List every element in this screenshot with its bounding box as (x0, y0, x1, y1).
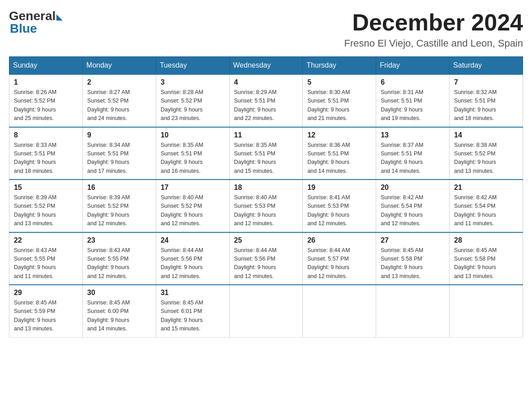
day-number: 12 (307, 131, 371, 139)
day-number: 5 (307, 78, 371, 86)
day-info: Sunrise: 8:35 AMSunset: 5:51 PMDaylight:… (234, 141, 298, 176)
day-info: Sunrise: 8:40 AMSunset: 5:52 PMDaylight:… (161, 193, 225, 228)
day-info: Sunrise: 8:42 AMSunset: 5:54 PMDaylight:… (381, 193, 445, 228)
day-number: 9 (87, 131, 151, 139)
location-title: Fresno El Viejo, Castille and Leon, Spai… (344, 38, 523, 49)
day-number: 21 (454, 184, 518, 192)
day-number: 15 (14, 184, 78, 192)
calendar-week-row: 1 Sunrise: 8:26 AMSunset: 5:52 PMDayligh… (9, 74, 523, 127)
day-info: Sunrise: 8:45 AMSunset: 5:58 PMDaylight:… (381, 246, 445, 281)
calendar-cell: 25 Sunrise: 8:44 AMSunset: 5:56 PMDaylig… (229, 232, 303, 285)
calendar-cell: 13 Sunrise: 8:37 AMSunset: 5:51 PMDaylig… (376, 127, 450, 180)
calendar-header-saturday: Saturday (450, 57, 523, 75)
day-number: 25 (234, 236, 298, 244)
calendar-cell: 28 Sunrise: 8:45 AMSunset: 5:58 PMDaylig… (450, 232, 523, 285)
calendar-cell: 22 Sunrise: 8:43 AMSunset: 5:55 PMDaylig… (9, 232, 83, 285)
day-number: 1 (14, 78, 78, 86)
calendar-week-row: 22 Sunrise: 8:43 AMSunset: 5:55 PMDaylig… (9, 232, 523, 285)
calendar-cell: 1 Sunrise: 8:26 AMSunset: 5:52 PMDayligh… (9, 74, 83, 127)
calendar-cell: 12 Sunrise: 8:36 AMSunset: 5:51 PMDaylig… (303, 127, 376, 180)
day-number: 11 (234, 131, 298, 139)
day-info: Sunrise: 8:42 AMSunset: 5:54 PMDaylight:… (454, 193, 518, 228)
header: General Blue December 2024 Fresno El Vie… (9, 9, 523, 49)
day-number: 27 (381, 236, 445, 244)
calendar-header-row: SundayMondayTuesdayWednesdayThursdayFrid… (9, 57, 523, 75)
day-info: Sunrise: 8:36 AMSunset: 5:51 PMDaylight:… (307, 141, 371, 176)
day-number: 30 (87, 289, 151, 297)
day-info: Sunrise: 8:37 AMSunset: 5:51 PMDaylight:… (381, 141, 445, 176)
calendar-cell: 8 Sunrise: 8:33 AMSunset: 5:51 PMDayligh… (9, 127, 83, 180)
day-number: 14 (454, 131, 518, 139)
day-info: Sunrise: 8:44 AMSunset: 5:56 PMDaylight:… (234, 246, 298, 281)
day-info: Sunrise: 8:30 AMSunset: 5:51 PMDaylight:… (307, 88, 371, 123)
calendar-cell: 17 Sunrise: 8:40 AMSunset: 5:52 PMDaylig… (156, 180, 229, 232)
day-info: Sunrise: 8:33 AMSunset: 5:51 PMDaylight:… (14, 141, 78, 176)
calendar-cell: 29 Sunrise: 8:45 AMSunset: 5:59 PMDaylig… (9, 285, 83, 337)
day-info: Sunrise: 8:45 AMSunset: 6:01 PMDaylight:… (161, 299, 225, 334)
calendar-cell: 11 Sunrise: 8:35 AMSunset: 5:51 PMDaylig… (229, 127, 303, 180)
calendar-cell: 5 Sunrise: 8:30 AMSunset: 5:51 PMDayligh… (303, 74, 376, 127)
calendar-cell: 3 Sunrise: 8:28 AMSunset: 5:52 PMDayligh… (156, 74, 229, 127)
calendar-cell: 26 Sunrise: 8:44 AMSunset: 5:57 PMDaylig… (303, 232, 376, 285)
day-number: 20 (381, 184, 445, 192)
day-info: Sunrise: 8:45 AMSunset: 5:59 PMDaylight:… (14, 299, 78, 334)
calendar-cell: 4 Sunrise: 8:29 AMSunset: 5:51 PMDayligh… (229, 74, 303, 127)
calendar-cell: 14 Sunrise: 8:38 AMSunset: 5:52 PMDaylig… (450, 127, 523, 180)
day-number: 10 (161, 131, 225, 139)
day-info: Sunrise: 8:28 AMSunset: 5:52 PMDaylight:… (161, 88, 225, 123)
calendar-cell (450, 285, 523, 337)
day-number: 31 (161, 289, 225, 297)
day-number: 23 (87, 236, 151, 244)
calendar-week-row: 15 Sunrise: 8:39 AMSunset: 5:52 PMDaylig… (9, 180, 523, 232)
day-number: 2 (87, 78, 151, 86)
calendar-header-friday: Friday (376, 57, 450, 75)
day-number: 3 (161, 78, 225, 86)
day-number: 29 (14, 289, 78, 297)
day-info: Sunrise: 8:27 AMSunset: 5:52 PMDaylight:… (87, 88, 151, 123)
calendar-cell: 31 Sunrise: 8:45 AMSunset: 6:01 PMDaylig… (156, 285, 229, 337)
calendar-cell: 19 Sunrise: 8:41 AMSunset: 5:53 PMDaylig… (303, 180, 376, 232)
day-number: 19 (307, 184, 371, 192)
calendar-header-thursday: Thursday (303, 57, 376, 75)
calendar-cell: 16 Sunrise: 8:39 AMSunset: 5:52 PMDaylig… (82, 180, 156, 232)
logo: General Blue (9, 9, 63, 36)
day-info: Sunrise: 8:43 AMSunset: 5:55 PMDaylight:… (14, 246, 78, 281)
day-number: 8 (14, 131, 78, 139)
calendar-cell: 7 Sunrise: 8:32 AMSunset: 5:51 PMDayligh… (450, 74, 523, 127)
day-info: Sunrise: 8:34 AMSunset: 5:51 PMDaylight:… (87, 141, 151, 176)
day-info: Sunrise: 8:39 AMSunset: 5:52 PMDaylight:… (14, 193, 78, 228)
calendar-cell: 24 Sunrise: 8:44 AMSunset: 5:56 PMDaylig… (156, 232, 229, 285)
day-number: 7 (454, 78, 518, 86)
calendar-cell (376, 285, 450, 337)
day-info: Sunrise: 8:40 AMSunset: 5:53 PMDaylight:… (234, 193, 298, 228)
day-info: Sunrise: 8:44 AMSunset: 5:56 PMDaylight:… (161, 246, 225, 281)
calendar-week-row: 8 Sunrise: 8:33 AMSunset: 5:51 PMDayligh… (9, 127, 523, 180)
day-info: Sunrise: 8:38 AMSunset: 5:52 PMDaylight:… (454, 141, 518, 176)
calendar-cell: 10 Sunrise: 8:35 AMSunset: 5:51 PMDaylig… (156, 127, 229, 180)
calendar-cell: 18 Sunrise: 8:40 AMSunset: 5:53 PMDaylig… (229, 180, 303, 232)
day-number: 18 (234, 184, 298, 192)
calendar-header-wednesday: Wednesday (229, 57, 303, 75)
calendar-cell: 27 Sunrise: 8:45 AMSunset: 5:58 PMDaylig… (376, 232, 450, 285)
day-info: Sunrise: 8:29 AMSunset: 5:51 PMDaylight:… (234, 88, 298, 123)
day-info: Sunrise: 8:41 AMSunset: 5:53 PMDaylight:… (307, 193, 371, 228)
day-number: 17 (161, 184, 225, 192)
day-number: 6 (381, 78, 445, 86)
calendar-cell: 15 Sunrise: 8:39 AMSunset: 5:52 PMDaylig… (9, 180, 83, 232)
logo-blue-text: Blue (10, 21, 37, 36)
calendar-header-tuesday: Tuesday (156, 57, 229, 75)
day-number: 24 (161, 236, 225, 244)
calendar-cell: 23 Sunrise: 8:43 AMSunset: 5:55 PMDaylig… (82, 232, 156, 285)
day-info: Sunrise: 8:35 AMSunset: 5:51 PMDaylight:… (161, 141, 225, 176)
calendar-cell (303, 285, 376, 337)
day-number: 4 (234, 78, 298, 86)
calendar-cell: 21 Sunrise: 8:42 AMSunset: 5:54 PMDaylig… (450, 180, 523, 232)
day-info: Sunrise: 8:44 AMSunset: 5:57 PMDaylight:… (307, 246, 371, 281)
calendar-cell: 20 Sunrise: 8:42 AMSunset: 5:54 PMDaylig… (376, 180, 450, 232)
day-info: Sunrise: 8:45 AMSunset: 6:00 PMDaylight:… (87, 299, 151, 334)
day-number: 13 (381, 131, 445, 139)
day-number: 16 (87, 184, 151, 192)
day-info: Sunrise: 8:31 AMSunset: 5:51 PMDaylight:… (381, 88, 445, 123)
calendar-cell (229, 285, 303, 337)
day-info: Sunrise: 8:39 AMSunset: 5:52 PMDaylight:… (87, 193, 151, 228)
